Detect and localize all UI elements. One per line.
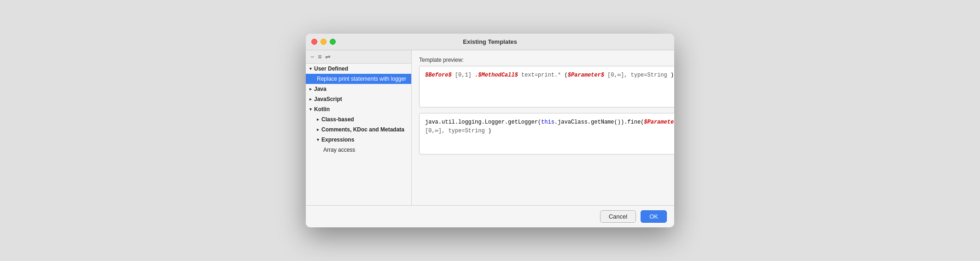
chevron-down-icon: ▾ bbox=[309, 107, 312, 112]
close-button[interactable] bbox=[311, 39, 317, 45]
sidebar-item-label: Comments, KDoc and Metadata bbox=[321, 126, 404, 133]
sidebar-item-javascript[interactable]: ▸ JavaScript bbox=[306, 94, 411, 104]
chevron-down-icon: ▾ bbox=[317, 137, 319, 142]
paren-open: ( bbox=[564, 72, 567, 78]
dialog-title: Existing Templates bbox=[463, 38, 517, 45]
sidebar-item-expressions[interactable]: ▾ Expressions bbox=[306, 135, 411, 145]
main-area: Template preview: $Before$ [0,1] .$Metho… bbox=[412, 50, 674, 205]
template-preview-2: java.util.logging.Logger.getLogger(this.… bbox=[419, 113, 674, 154]
sidebar-toolbar: − ≡ ⇌ bbox=[306, 50, 411, 64]
content-area: − ≡ ⇌ ▾ User Defined Replace print state… bbox=[306, 50, 674, 205]
sidebar-item-label: User Defined bbox=[314, 65, 348, 72]
this-keyword: this bbox=[541, 119, 554, 125]
sidebar-item-java[interactable]: ▸ Java bbox=[306, 84, 411, 94]
chevron-down-icon: ▾ bbox=[309, 66, 312, 71]
sidebar-item-label: Java bbox=[314, 86, 327, 92]
maximize-button[interactable] bbox=[330, 39, 336, 45]
sidebar-item-label: Expressions bbox=[321, 136, 354, 143]
method-call-var: .$MethodCall$ bbox=[475, 72, 518, 78]
sidebar-item-replace-print[interactable]: Replace print statements with logger bbox=[306, 74, 411, 84]
title-bar: Existing Templates bbox=[306, 34, 674, 50]
text-attr-label: text=print.* bbox=[521, 72, 561, 78]
chevron-right-icon: ▸ bbox=[317, 117, 319, 122]
range1: [0,1] bbox=[452, 72, 475, 78]
indent-icon[interactable]: ≡ bbox=[318, 53, 321, 60]
existing-templates-dialog: Existing Templates − ≡ ⇌ ▾ User Defined … bbox=[306, 34, 674, 227]
before-var: $Before$ bbox=[425, 72, 452, 78]
window-controls bbox=[311, 39, 336, 45]
logger-prefix: java.util.logging.Logger.getLogger( bbox=[425, 119, 541, 125]
sidebar-item-label: Replace print statements with logger bbox=[317, 76, 406, 82]
sidebar-item-class-based[interactable]: ▸ Class-based bbox=[306, 114, 411, 125]
sidebar: − ≡ ⇌ ▾ User Defined Replace print state… bbox=[306, 50, 412, 205]
cancel-button[interactable]: Cancel bbox=[600, 210, 636, 223]
close-paren: ) bbox=[488, 128, 491, 134]
chevron-right-icon: ▸ bbox=[309, 97, 312, 101]
paren-close: ) bbox=[671, 72, 674, 78]
sidebar-item-label: Class-based bbox=[321, 116, 354, 123]
sidebar-item-label: JavaScript bbox=[314, 96, 342, 102]
minimize-button[interactable] bbox=[321, 39, 327, 45]
logger-middle: .javaClass.getName()).fine( bbox=[554, 119, 644, 125]
template-list: ▾ User Defined Replace print statements … bbox=[306, 64, 411, 205]
param-range2: [0,∞], type=String bbox=[425, 128, 488, 134]
range2: [0,∞], type=String bbox=[604, 72, 671, 78]
sidebar-item-kotlin[interactable]: ▾ Kotlin bbox=[306, 104, 411, 114]
preview-label: Template preview: bbox=[419, 57, 674, 63]
chevron-right-icon: ▸ bbox=[317, 127, 319, 132]
outdent-icon[interactable]: ⇌ bbox=[325, 53, 331, 60]
sidebar-item-comments[interactable]: ▸ Comments, KDoc and Metadata bbox=[306, 125, 411, 135]
param-var2: $Parameter$ bbox=[644, 119, 674, 125]
sidebar-item-label: Kotlin bbox=[314, 106, 330, 113]
ok-button[interactable]: OK bbox=[641, 210, 667, 223]
template-preview-1: $Before$ [0,1] .$MethodCall$ text=print.… bbox=[419, 66, 674, 107]
sidebar-item-user-defined[interactable]: ▾ User Defined bbox=[306, 64, 411, 74]
sidebar-item-array-access[interactable]: Array access bbox=[306, 145, 411, 155]
param-var: $Parameter$ bbox=[568, 72, 604, 78]
text-attr: text=print.* bbox=[518, 72, 565, 78]
dialog-footer: Cancel OK bbox=[306, 205, 674, 227]
remove-icon[interactable]: − bbox=[310, 53, 314, 60]
chevron-right-icon: ▸ bbox=[309, 87, 312, 91]
sidebar-item-label: Array access bbox=[323, 147, 355, 153]
